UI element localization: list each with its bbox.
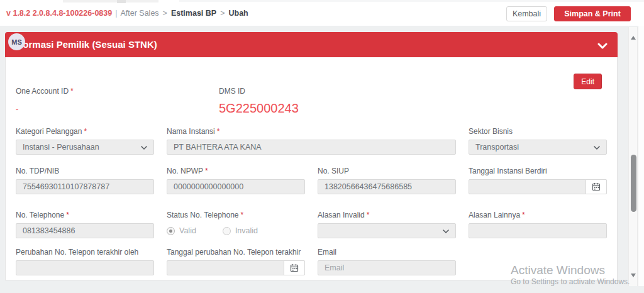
no-tdp-nib-input[interactable]	[16, 179, 154, 194]
form-row: No. TDP/NIB No. NPWP* No. SIUP Tanggal I…	[16, 167, 607, 194]
chevron-down-icon	[594, 143, 600, 152]
breadcrumb-chevron: >	[220, 9, 225, 18]
calendar-button[interactable]	[284, 260, 305, 275]
nama-instansi-field: Nama Instansi*	[167, 127, 456, 155]
breadcrumb-chevron: >	[163, 9, 167, 18]
sektor-bisnis-select[interactable]: Transportasi	[469, 140, 607, 155]
email-field: Email	[318, 248, 456, 275]
kategori-pelanggan-select[interactable]: Instansi - Perusahaan	[16, 140, 154, 155]
avatar: MS	[8, 33, 25, 50]
kembali-button[interactable]: Kembali	[506, 6, 547, 21]
simpan-print-button[interactable]: Simpan & Print	[554, 6, 631, 21]
breadcrumb-separator: |	[115, 9, 117, 18]
chevron-down-icon	[141, 143, 147, 152]
scroll-down-arrow-icon[interactable]	[631, 274, 636, 277]
radio-valid[interactable]: Valid	[167, 226, 196, 235]
nama-instansi-label: Nama Instansi	[167, 127, 215, 136]
alasan-lainnya-field: Alasan Lainnya*	[469, 211, 607, 238]
activate-windows-subtext: Go to Settings to activate Windows.	[511, 277, 630, 286]
required-mark: *	[205, 167, 208, 175]
tanggal-perubahan-field: Tanggal perubahan No. Telepon terakhir	[167, 248, 305, 275]
required-mark: *	[66, 211, 69, 219]
app-version: v 1.8.2 2.0.8.4.8-100226-0839	[6, 9, 112, 18]
dms-id-value: 5G225000243	[219, 101, 299, 116]
required-mark: *	[522, 211, 525, 219]
status-no-telephone-field: Status No. Telephone* Valid Invalid	[167, 211, 305, 238]
chevron-down-icon	[443, 226, 449, 235]
nama-instansi-input[interactable]	[167, 140, 456, 155]
kategori-pelanggan-field: Kategori Pelanggan* Instansi - Perusahaa…	[16, 127, 154, 155]
one-account-id-block: One Account ID* -	[16, 87, 219, 116]
no-npwp-field: No. NPWP*	[167, 167, 305, 194]
no-npwp-input[interactable]	[167, 179, 305, 194]
no-tdp-nib-field: No. TDP/NIB	[16, 167, 154, 194]
id-row: One Account ID* - DMS ID 5G225000243	[16, 87, 607, 116]
one-account-id-label: One Account ID	[16, 87, 69, 96]
no-tdp-nib-label: No. TDP/NIB	[16, 167, 154, 175]
no-siup-label: No. SIUP	[318, 167, 456, 175]
required-mark: *	[217, 127, 220, 136]
tanggal-instansi-berdiri-label: Tanggal Instansi Berdiri	[469, 167, 607, 175]
alasan-invalid-field: Alasan Invalid*	[318, 211, 456, 238]
perubahan-terakhir-oleh-field: Perubahan No. Telepon terakhir oleh	[16, 248, 154, 275]
alasan-lainnya-input[interactable]	[469, 223, 607, 238]
browser-edge-artifact	[179, 0, 644, 2]
breadcrumb-estimasi-bp[interactable]: Estimasi BP	[171, 9, 216, 18]
kategori-pelanggan-label: Kategori Pelanggan	[16, 127, 82, 136]
calendar-button[interactable]	[586, 179, 607, 194]
window-edge	[638, 26, 644, 286]
informasi-pemilik-card: Edit One Account ID* - DMS ID 5G22500024…	[5, 57, 618, 280]
required-mark: *	[241, 211, 244, 219]
calendar-icon	[592, 182, 601, 191]
activate-windows-watermark: Activate Windows	[511, 263, 605, 277]
no-telephone-label: No. Telephone	[16, 211, 64, 219]
dms-id-label: DMS ID	[219, 87, 299, 96]
breadcrumb-ubah: Ubah	[228, 9, 248, 18]
perubahan-terakhir-oleh-input[interactable]	[16, 260, 154, 275]
no-telephone-field: No. Telephone*	[16, 211, 154, 238]
alasan-lainnya-label: Alasan Lainnya	[469, 211, 520, 219]
alasan-invalid-label: Alasan Invalid	[318, 211, 365, 219]
form-row: Kategori Pelanggan* Instansi - Perusahaa…	[16, 127, 607, 155]
no-siup-field: No. SIUP	[318, 167, 456, 194]
tanggal-perubahan-label: Tanggal perubahan No. Telepon terakhir	[167, 248, 305, 257]
email-input[interactable]	[318, 260, 456, 275]
no-telephone-input[interactable]	[16, 223, 154, 238]
breadcrumb-after-sales[interactable]: After Sales	[120, 9, 158, 18]
email-label: Email	[318, 248, 456, 257]
tanggal-instansi-berdiri-field: Tanggal Instansi Berdiri	[469, 167, 607, 194]
form-row: No. Telephone* Status No. Telephone* Val…	[16, 211, 607, 238]
breadcrumb: v 1.8.2 2.0.8.4.8-100226-0839 | After Sa…	[6, 0, 248, 26]
edit-button[interactable]: Edit	[574, 74, 602, 89]
radio-invalid[interactable]: Invalid	[223, 226, 258, 235]
sektor-bisnis-field: Sektor Bisnis Transportasi	[469, 127, 607, 155]
scroll-up-arrow-icon[interactable]	[631, 36, 636, 40]
required-mark: *	[70, 87, 74, 96]
one-account-id-value: -	[16, 104, 219, 114]
no-npwp-label: No. NPWP	[167, 167, 203, 175]
dms-id-block: DMS ID 5G225000243	[219, 87, 299, 116]
top-bar: v 1.8.2 2.0.8.4.8-100226-0839 | After Sa…	[0, 0, 644, 26]
alasan-invalid-select[interactable]	[318, 223, 456, 238]
required-mark: *	[367, 211, 370, 219]
no-siup-input[interactable]	[318, 179, 456, 194]
section-title: Informasi Pemilik (Sesuai STNK)	[11, 32, 157, 57]
perubahan-terakhir-oleh-label: Perubahan No. Telepon terakhir oleh	[16, 248, 154, 257]
section-header-informasi-pemilik[interactable]: Informasi Pemilik (Sesuai STNK) MS	[5, 32, 618, 57]
vertical-scrollbar[interactable]	[628, 27, 638, 286]
required-mark: *	[84, 127, 87, 136]
scrollbar-thumb[interactable]	[631, 155, 636, 212]
sektor-bisnis-label: Sektor Bisnis	[469, 127, 607, 136]
status-no-telephone-label: Status No. Telephone	[167, 211, 239, 219]
radio-button-icon	[167, 227, 175, 235]
collapse-chevron-icon[interactable]	[597, 41, 608, 52]
calendar-icon	[290, 263, 299, 272]
radio-button-icon	[223, 227, 231, 235]
